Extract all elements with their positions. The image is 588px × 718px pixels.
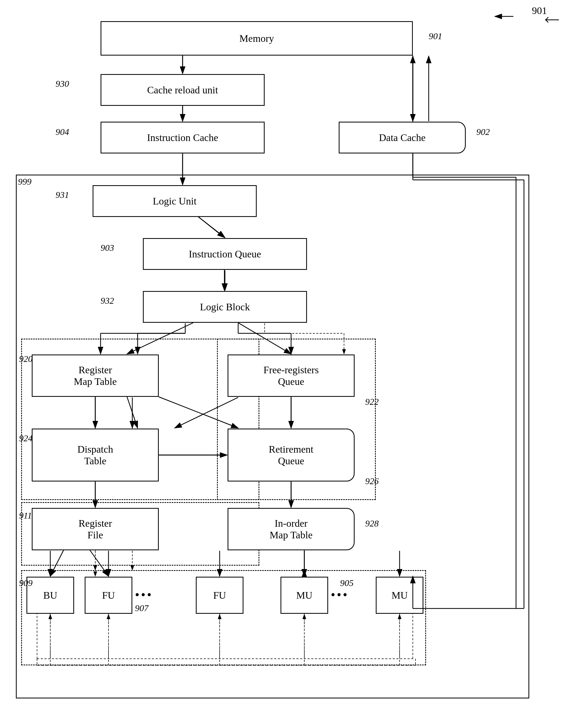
logic-block-label: Logic Block (200, 301, 250, 313)
bu-label: BU (43, 589, 58, 601)
instruction-cache-label: Instruction Cache (147, 132, 218, 143)
dispatch-table-box: Dispatch Table (32, 428, 159, 482)
fu1-box: FU (85, 577, 132, 614)
retirement-queue-label: Retirement Queue (269, 443, 314, 467)
data-cache-label: Data Cache (379, 132, 425, 143)
data-cache-box: Data Cache (339, 122, 466, 153)
memory-label: Memory (239, 33, 274, 44)
dots-fu: ••• (135, 587, 153, 602)
bu-box: BU (26, 577, 74, 614)
memory-box: Memory (101, 21, 413, 56)
logic-block-box: Logic Block (143, 291, 307, 323)
free-registers-box: Free-registers Queue (228, 355, 355, 397)
ref-930: 930 (56, 79, 69, 89)
dots-mu: ••• (331, 587, 349, 602)
ref-904: 904 (56, 127, 69, 137)
ref-901: 901 (429, 31, 442, 41)
ref-903: 903 (101, 243, 114, 253)
ref-924: 924 (19, 433, 33, 443)
cache-reload-label: Cache reload unit (147, 84, 218, 96)
mu1-label: MU (296, 589, 312, 601)
instruction-queue-box: Instruction Queue (143, 238, 307, 270)
cache-reload-box: Cache reload unit (101, 74, 265, 106)
ref-920: 920 (19, 354, 33, 364)
retirement-queue-box: Retirement Queue (228, 428, 355, 482)
inorder-map-box: In-order Map Table (228, 508, 355, 550)
fu2-label: FU (213, 589, 226, 601)
ref-928: 928 (365, 519, 379, 529)
fu1-label: FU (102, 589, 115, 601)
register-file-label: Register File (79, 518, 112, 541)
ref-999: 999 (18, 177, 31, 187)
ref-932: 932 (101, 296, 114, 306)
logic-unit-box: Logic Unit (92, 185, 257, 217)
mu1-box: MU (280, 577, 328, 614)
ref-902: 902 (476, 127, 490, 137)
ref-907: 907 (135, 603, 148, 613)
register-map-label: Register Map Table (74, 364, 117, 387)
ref-911: 911 (19, 511, 32, 521)
instruction-cache-box: Instruction Cache (101, 122, 265, 153)
instruction-queue-label: Instruction Queue (189, 248, 261, 260)
dispatch-table-label: Dispatch Table (77, 443, 113, 467)
free-registers-label: Free-registers Queue (264, 364, 319, 387)
ref-926: 926 (365, 476, 379, 486)
mu2-box: MU (376, 577, 423, 614)
fu2-box: FU (196, 577, 244, 614)
logic-unit-label: Logic Unit (153, 195, 196, 207)
ref-909: 909 (19, 578, 33, 588)
ref-922: 922 (365, 397, 379, 407)
inorder-map-label: In-order Map Table (270, 518, 313, 541)
register-file-box: Register File (32, 508, 159, 550)
mu2-label: MU (392, 589, 407, 601)
ref-905: 905 (340, 578, 354, 588)
ref-931: 931 (56, 190, 69, 200)
register-map-box: Register Map Table (32, 355, 159, 397)
